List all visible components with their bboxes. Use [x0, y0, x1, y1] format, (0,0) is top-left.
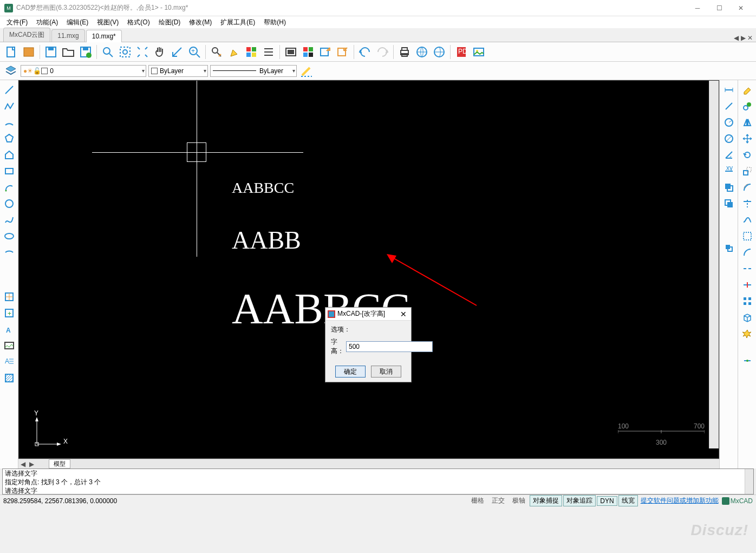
pentagon-tool[interactable] — [2, 147, 17, 162]
menu-file[interactable]: 文件(F) — [3, 17, 31, 28]
image-button[interactable] — [471, 44, 487, 60]
chamfer-tool[interactable] — [740, 245, 755, 260]
draw-settings-button[interactable] — [299, 63, 314, 79]
menu-format[interactable]: 格式(O) — [124, 17, 153, 28]
extend-tool[interactable] — [740, 212, 755, 227]
dim-ordinate-tool[interactable]: xy — [721, 164, 737, 179]
erase-tool[interactable] — [740, 82, 755, 97]
hatch-tool[interactable] — [2, 370, 17, 386]
find-button[interactable] — [208, 44, 225, 60]
line-tool[interactable] — [2, 82, 17, 97]
redo-button[interactable] — [374, 44, 390, 60]
cmd-scrollbar[interactable] — [745, 469, 753, 494]
bring-front-tool[interactable] — [721, 180, 737, 195]
ellipse-arc-tool[interactable] — [2, 245, 17, 260]
tab-next[interactable]: ▶ — [27, 460, 36, 468]
status-polar[interactable]: 极轴 — [509, 495, 529, 506]
menu-modify[interactable]: 修改(M) — [186, 17, 215, 28]
stretch-tool[interactable] — [740, 277, 755, 292]
move-tool[interactable] — [740, 131, 755, 146]
circle-tool[interactable] — [2, 196, 17, 211]
pdf-button[interactable]: PDF — [453, 44, 470, 60]
color-palette-button[interactable] — [243, 44, 259, 60]
polygon-tool[interactable] — [2, 131, 17, 146]
status-grid[interactable]: 栅格 — [468, 495, 487, 506]
status-ortho[interactable]: 正交 — [488, 495, 508, 506]
ok-button[interactable]: 确定 — [335, 366, 366, 378]
screenshot-button[interactable] — [283, 44, 299, 60]
status-osnap[interactable]: 对象捕捉 — [530, 495, 562, 506]
menu-function[interactable]: 功能(A) — [33, 17, 61, 28]
menu-draw[interactable]: 绘图(D) — [155, 17, 184, 28]
import-button[interactable] — [335, 44, 351, 60]
status-lwt[interactable]: 线宽 — [618, 495, 638, 506]
web2-button[interactable] — [431, 44, 447, 60]
pan-button[interactable] — [152, 44, 168, 60]
minimize-button[interactable]: ─ — [687, 0, 708, 16]
status-dyn[interactable]: DYN — [597, 496, 617, 506]
close-button[interactable]: ✕ — [730, 0, 752, 16]
trim-tool[interactable] — [740, 196, 755, 211]
rotate-tool[interactable] — [740, 147, 755, 162]
menu-tools[interactable]: 扩展工具(E) — [217, 17, 258, 28]
save-as-button[interactable] — [77, 44, 94, 60]
zoom-previous-button[interactable] — [169, 44, 185, 60]
align-tool[interactable] — [721, 240, 737, 256]
mtext-tool[interactable]: A — [2, 354, 17, 369]
height-input[interactable] — [346, 341, 433, 352]
status-otrack[interactable]: 对象追踪 — [563, 495, 596, 506]
properties-button[interactable] — [300, 44, 316, 60]
zoom-window-button[interactable] — [100, 44, 116, 60]
arc3p-tool[interactable] — [2, 180, 17, 195]
spline-tool[interactable] — [2, 212, 17, 227]
canvas-scrollbar-v[interactable] — [709, 81, 719, 448]
feedback-link[interactable]: 提交软件问题或增加新功能 — [641, 496, 719, 505]
insert-block-tool[interactable]: + — [2, 305, 17, 321]
dim-angular-tool[interactable] — [721, 147, 737, 162]
dim-radius-tool[interactable] — [721, 115, 737, 130]
copy-tool[interactable] — [740, 99, 755, 114]
dialog-close-button[interactable]: ✕ — [398, 310, 409, 318]
web-button[interactable] — [414, 44, 430, 60]
explode-tool[interactable] — [740, 326, 755, 341]
break-tool[interactable] — [740, 261, 755, 276]
rectangle-tool[interactable] — [2, 164, 17, 179]
undo-button[interactable] — [357, 44, 373, 60]
zoom-all-button[interactable] — [134, 44, 151, 60]
tab-nav-arrows[interactable]: ◀ ▶ ✕ — [734, 34, 753, 42]
open-button[interactable] — [60, 44, 76, 60]
cancel-button[interactable]: 取消 — [371, 366, 401, 378]
layers-button[interactable] — [3, 63, 18, 79]
print-button[interactable] — [396, 44, 413, 60]
layer-combo[interactable]: ●☀🔓 0 ▾ — [21, 65, 146, 77]
save-button[interactable] — [43, 44, 59, 60]
linetype-combo[interactable]: ByLayer ▾ — [210, 65, 297, 77]
model-tab[interactable]: 模型 — [49, 459, 70, 469]
tab-mxcad-cloud[interactable]: MxCAD云图 — [3, 28, 50, 42]
array-tool[interactable] — [740, 294, 755, 309]
zoom-extents-button[interactable] — [117, 44, 133, 60]
color-combo[interactable]: ByLayer ▾ — [148, 65, 208, 77]
drawing-canvas[interactable]: AABBCC AABB AABBCC Y X 100 700 — [18, 80, 719, 459]
template-button[interactable] — [21, 44, 37, 60]
highlight-button[interactable] — [226, 44, 242, 60]
3d-box-tool[interactable] — [740, 310, 755, 325]
polyline-tool[interactable] — [2, 99, 17, 114]
new-file-button[interactable] — [3, 44, 19, 60]
offset-tool[interactable] — [740, 180, 755, 195]
maximize-button[interactable]: ☐ — [708, 0, 730, 16]
send-back-tool[interactable] — [721, 196, 737, 211]
join-tool[interactable] — [740, 353, 755, 368]
export-button[interactable] — [317, 44, 334, 60]
fillet-tool[interactable] — [740, 229, 755, 244]
dim-linear-tool[interactable] — [721, 82, 737, 97]
dialog-titlebar[interactable]: MxCAD-[改字高] ✕ — [325, 308, 411, 321]
menu-edit[interactable]: 编辑(E) — [63, 17, 92, 28]
dim-diameter-tool[interactable] — [721, 131, 737, 146]
tab-prev[interactable]: ◀ — [18, 460, 27, 468]
block-tool[interactable] — [2, 289, 17, 304]
tab-10-mxg[interactable]: 10.mxg* — [86, 30, 122, 42]
menu-view[interactable]: 视图(V) — [94, 17, 122, 28]
dim-aligned-tool[interactable] — [721, 99, 737, 114]
tab-11-mxg[interactable]: 11.mxg — [51, 29, 84, 42]
